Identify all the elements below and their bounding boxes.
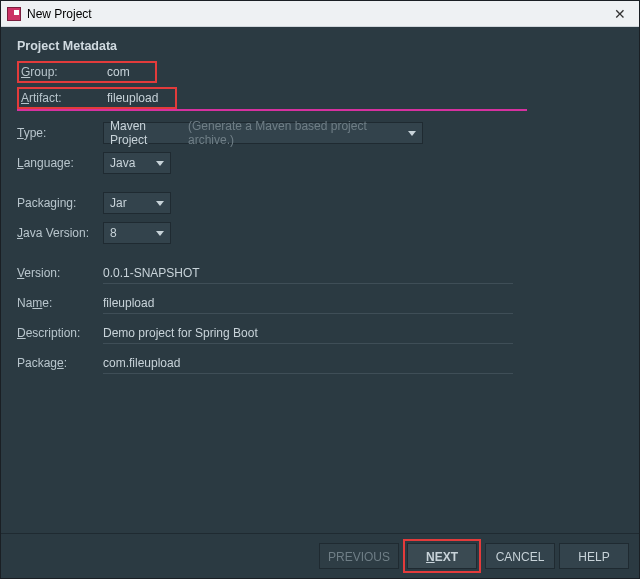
row-language: Language: Java: [17, 151, 623, 175]
divider-magenta: [17, 109, 527, 111]
label-package: Package:: [17, 356, 103, 370]
select-java-version-value: 8: [110, 226, 117, 240]
chevron-down-icon: [156, 231, 164, 236]
highlight-artifact: Artifact: fileupload: [17, 87, 177, 109]
dialog-footer: PREVIOUS NEXT CANCEL HELP: [1, 533, 639, 578]
help-button[interactable]: HELP: [559, 543, 629, 569]
select-language[interactable]: Java: [103, 152, 171, 174]
row-type: Type: Maven Project (Generate a Maven ba…: [17, 121, 623, 145]
input-version[interactable]: 0.0.1-SNAPSHOT: [103, 263, 513, 284]
row-packaging: Packaging: Jar: [17, 191, 623, 215]
select-type[interactable]: Maven Project (Generate a Maven based pr…: [103, 122, 423, 144]
cancel-button[interactable]: CANCEL: [485, 543, 555, 569]
value-artifact[interactable]: fileupload: [107, 91, 158, 105]
chevron-down-icon: [156, 201, 164, 206]
input-package[interactable]: com.fileupload: [103, 353, 513, 374]
input-name[interactable]: fileupload: [103, 293, 513, 314]
select-packaging-value: Jar: [110, 196, 127, 210]
select-packaging[interactable]: Jar: [103, 192, 171, 214]
previous-button[interactable]: PREVIOUS: [319, 543, 399, 569]
close-icon[interactable]: ✕: [607, 6, 633, 22]
highlight-group: Group: com: [17, 61, 157, 83]
label-type: Type:: [17, 126, 103, 140]
select-java-version[interactable]: 8: [103, 222, 171, 244]
chevron-down-icon: [408, 131, 416, 136]
label-group: Group:: [21, 65, 107, 79]
label-java-version: Java Version:: [17, 226, 103, 240]
highlight-next: NEXT: [403, 539, 481, 573]
value-group[interactable]: com: [107, 65, 130, 79]
label-language: Language:: [17, 156, 103, 170]
select-type-hint: (Generate a Maven based project archive.…: [188, 119, 408, 147]
select-type-value: Maven Project: [110, 119, 184, 147]
label-description: Description:: [17, 326, 103, 340]
label-packaging: Packaging:: [17, 196, 103, 210]
label-artifact: Artifact:: [21, 91, 107, 105]
next-button[interactable]: NEXT: [407, 543, 477, 569]
window-titlebar: New Project ✕: [1, 1, 639, 27]
row-package: Package: com.fileupload: [17, 351, 623, 375]
row-java-version: Java Version: 8: [17, 221, 623, 245]
label-name: Name:: [17, 296, 103, 310]
row-name: Name: fileupload: [17, 291, 623, 315]
input-description[interactable]: Demo project for Spring Boot: [103, 323, 513, 344]
dialog-content: Project Metadata Group: com Artifact: fi…: [1, 27, 639, 381]
chevron-down-icon: [156, 161, 164, 166]
select-language-value: Java: [110, 156, 135, 170]
row-version: Version: 0.0.1-SNAPSHOT: [17, 261, 623, 285]
app-icon: [7, 7, 21, 21]
window-title: New Project: [27, 7, 607, 21]
row-description: Description: Demo project for Spring Boo…: [17, 321, 623, 345]
label-version: Version:: [17, 266, 103, 280]
section-title: Project Metadata: [17, 35, 623, 61]
